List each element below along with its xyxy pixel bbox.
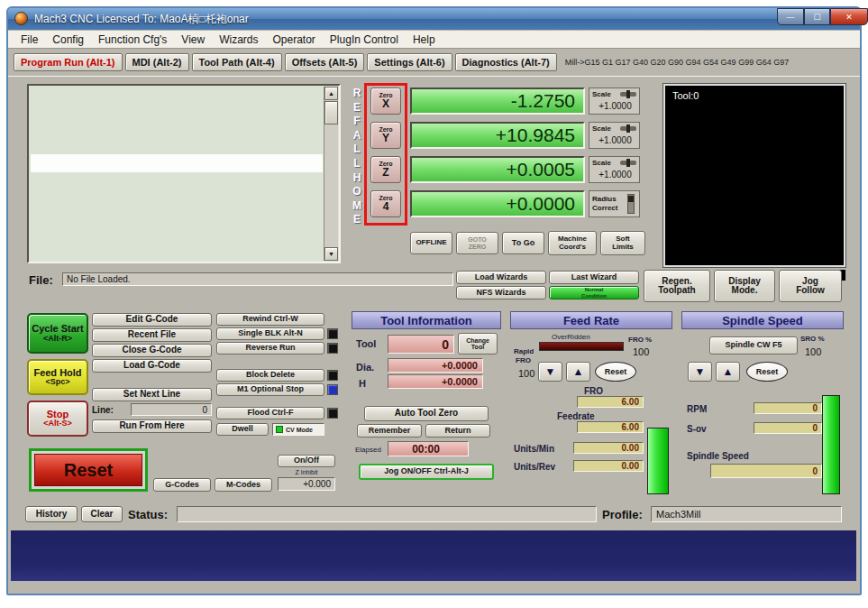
machine-coords-button[interactable]: Machine Coord's: [548, 231, 597, 255]
tab-diagnostics[interactable]: Diagnostics (Alt-7): [455, 53, 557, 71]
close-gcode-button[interactable]: Close G-Code: [92, 344, 212, 357]
edit-gcode-button[interactable]: Edit G-Code: [92, 313, 212, 327]
tab-program-run[interactable]: Program Run (Alt-1): [14, 53, 123, 71]
dro-4-axis[interactable]: +0.0000: [410, 190, 585, 217]
minimize-button[interactable]: —: [777, 8, 804, 25]
cycle-start-button[interactable]: Cycle Start <Alt-R>: [27, 313, 88, 354]
remember-button[interactable]: Remember: [357, 424, 422, 438]
soft-limits-button[interactable]: Soft Limits: [600, 231, 645, 255]
toolpath-display[interactable]: Tool:0: [663, 84, 845, 267]
rpm-display[interactable]: 0: [754, 402, 822, 414]
radius-slider[interactable]: [627, 194, 635, 214]
scroll-up-button[interactable]: ▲: [324, 87, 338, 100]
maximize-button[interactable]: ☐: [804, 8, 830, 25]
sro-decrease-button[interactable]: ▼: [688, 362, 712, 382]
scale-z-widget[interactable]: Scale +1.0000: [589, 156, 640, 183]
menu-config[interactable]: Config: [45, 32, 91, 48]
menu-file[interactable]: File: [14, 32, 45, 48]
z-inhibit-value-box[interactable]: +0.000: [278, 477, 335, 491]
dia-display[interactable]: +0.0000: [388, 358, 483, 373]
tab-offsets[interactable]: Offsets (Alt-5): [285, 53, 365, 71]
file-label: File:: [29, 273, 53, 287]
units-min-display[interactable]: 0.00: [573, 442, 644, 454]
fro-decrease-button[interactable]: ▼: [538, 362, 562, 382]
sro-reset-button[interactable]: Reset: [746, 362, 788, 382]
gcode-listing[interactable]: ▲ ▼: [27, 84, 341, 263]
tab-mdi[interactable]: MDI (Alt-2): [125, 53, 189, 71]
history-button[interactable]: History: [25, 506, 78, 522]
fro-reset-button[interactable]: Reset: [595, 362, 636, 382]
scale-x-widget[interactable]: Scale +1.0000: [589, 88, 640, 115]
menu-plugin-control[interactable]: PlugIn Control: [323, 32, 406, 48]
scale-slider[interactable]: [620, 92, 636, 97]
h-display[interactable]: +0.0000: [388, 374, 483, 389]
load-gcode-button[interactable]: Load G-Code: [92, 359, 212, 373]
feedrate-display[interactable]: 6.00: [577, 421, 644, 433]
dwell-button[interactable]: Dwell: [216, 423, 269, 436]
remember-label: Remember: [369, 427, 411, 435]
reset-button-frame: Reset: [29, 448, 148, 492]
line-number-box[interactable]: 0: [131, 403, 212, 416]
gcode-scrollbar[interactable]: ▲ ▼: [324, 87, 338, 261]
stop-button[interactable]: Stop <Alt-S>: [27, 401, 88, 437]
sro-increase-button[interactable]: ▲: [716, 362, 740, 382]
spindle-cw-button[interactable]: Spindle CW F5: [709, 336, 798, 355]
condition-indicator-button[interactable]: Normal Condition: [549, 286, 639, 299]
return-button[interactable]: Return: [425, 424, 490, 438]
set-next-line-button[interactable]: Set Next Line: [92, 388, 212, 401]
fro-display[interactable]: 6.00: [577, 396, 644, 408]
file-path-box[interactable]: No File Loaded.: [62, 272, 453, 286]
menu-view[interactable]: View: [174, 32, 212, 48]
close-button[interactable]: ✕: [830, 8, 868, 25]
recent-file-button[interactable]: Recent File: [92, 328, 212, 342]
run-from-here-button[interactable]: Run From Here: [92, 419, 212, 433]
reset-button[interactable]: Reset: [34, 454, 142, 486]
single-blk-led: [327, 328, 338, 339]
display-mode-button[interactable]: Display Mode.: [714, 270, 775, 302]
last-wizard-button[interactable]: Last Wizard: [549, 271, 639, 284]
load-wizards-button[interactable]: Load Wizards: [456, 271, 546, 284]
change-tool-button[interactable]: Change Tool: [458, 333, 498, 355]
scroll-thumb[interactable]: [324, 101, 338, 124]
dro-x-axis[interactable]: -1.2750: [410, 88, 585, 115]
units-rev-display[interactable]: 0.00: [573, 460, 644, 472]
mcodes-button[interactable]: M-Codes: [215, 478, 272, 492]
m1-optional-stop-button[interactable]: M1 Optional Stop: [216, 383, 324, 396]
scroll-down-button[interactable]: ▼: [324, 247, 338, 261]
offline-button[interactable]: OFFLINE: [410, 232, 452, 254]
block-delete-button[interactable]: Block Delete: [216, 369, 324, 382]
scale-slider[interactable]: [620, 161, 636, 165]
nfs-wizards-label: NFS Wizards: [477, 289, 526, 297]
menu-wizards[interactable]: Wizards: [212, 32, 265, 48]
radius-correct-widget[interactable]: Radius Correct: [589, 190, 640, 217]
menu-function-cfgs[interactable]: Function Cfg's: [91, 32, 174, 48]
on-off-button[interactable]: On/Off: [278, 455, 335, 467]
reverse-run-button[interactable]: Reverse Run: [216, 342, 324, 355]
spindle-speed-display[interactable]: 0: [710, 464, 822, 478]
nfs-wizards-button[interactable]: NFS Wizards: [456, 286, 546, 299]
single-blk-button[interactable]: Single BLK Alt-N: [216, 327, 324, 340]
to-go-button[interactable]: To Go: [502, 232, 544, 254]
sov-display[interactable]: 0: [754, 422, 822, 434]
jog-follow-button[interactable]: Jog Follow: [779, 270, 842, 302]
scale-y-widget[interactable]: Scale +1.0000: [589, 122, 640, 149]
auto-tool-zero-button[interactable]: Auto Tool Zero: [364, 406, 489, 421]
scale-slider[interactable]: [620, 126, 636, 131]
goto-zero-button[interactable]: GOTO ZERO: [456, 232, 498, 254]
jog-on-off-button[interactable]: Jog ON/OFF Ctrl-Alt-J: [359, 464, 494, 480]
feed-hold-button[interactable]: Feed Hold <Spc>: [27, 359, 88, 395]
ref-all-home-label[interactable]: R E F A L L H O M E: [350, 87, 364, 227]
rewind-button[interactable]: Rewind Ctrl-W: [216, 313, 324, 326]
tab-tool-path[interactable]: Tool Path (Alt-4): [192, 53, 282, 71]
gcodes-button[interactable]: G-Codes: [153, 478, 211, 492]
flood-button[interactable]: Flood Ctrl-F: [216, 407, 324, 419]
tab-settings[interactable]: Settings (Alt-6): [367, 53, 452, 71]
regen-toolpath-button[interactable]: Regen. Toolpath: [644, 270, 710, 302]
menu-help[interactable]: Help: [406, 32, 443, 48]
dro-z-axis[interactable]: +0.0005: [410, 156, 585, 183]
menu-operator[interactable]: Operator: [266, 32, 323, 48]
tool-number-display[interactable]: 0: [388, 335, 454, 354]
fro-increase-button[interactable]: ▲: [566, 362, 590, 382]
clear-button[interactable]: Clear: [81, 506, 123, 522]
dro-y-axis[interactable]: +10.9845: [410, 122, 585, 149]
